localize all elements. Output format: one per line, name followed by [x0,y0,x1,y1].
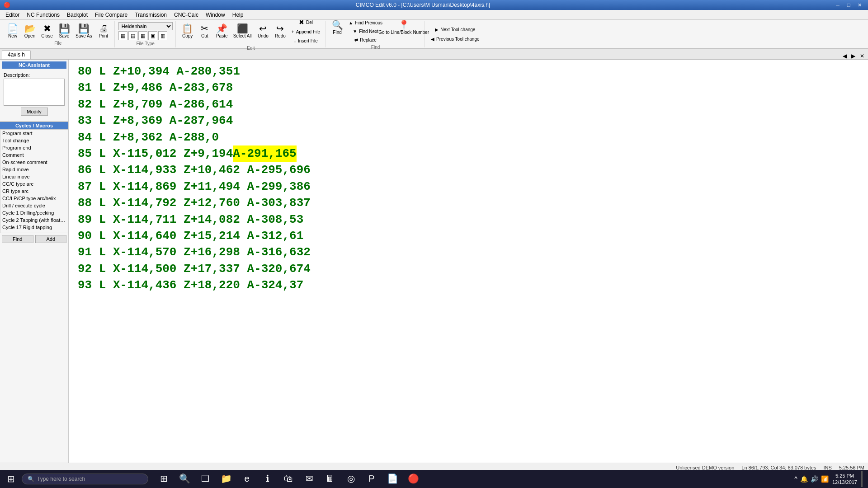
nc-assistant-title: NC-Assistant [2,61,66,69]
save-as-button[interactable]: 💾 Save As [73,23,94,40]
open-button[interactable]: 📂 Open [22,23,38,40]
clock[interactable]: 5:25 PM 12/13/2017 [832,473,857,486]
cycle-item[interactable]: Drill / execute cycle [0,202,68,209]
search-box[interactable]: 🔍 [22,474,148,484]
editor-area[interactable]: 80 L Z+10,394 A-280,35181 L Z+9,486 A-28… [69,60,868,463]
goto-button[interactable]: 📍 Go to Line/Block Number [386,19,422,36]
cycle-item[interactable]: Linear move [0,173,68,180]
ft-icon-4[interactable]: ▣ [148,31,157,40]
find-previous-button[interactable]: ▲ Find Previous [346,19,385,27]
find-icon: 🔍 [332,20,343,29]
next-tool-change-button[interactable]: ▶ Next Tool change [429,26,481,33]
redo-button[interactable]: ↪ Redo [272,23,288,40]
tab-close[interactable]: ✕ [858,53,866,59]
cycle-item[interactable]: On-screen comment [0,159,68,166]
del-button[interactable]: ✖ Del [289,18,322,27]
append-file-button[interactable]: + Append File [289,28,322,36]
copy-button[interactable]: 📋 Copy [179,23,196,40]
cycles-find-button[interactable]: Find [2,235,33,243]
undo-icon: ↩ [259,24,267,33]
line-text: 82 L Z+8,709 A-286,614 [78,96,233,113]
cycle-item[interactable]: Program end [0,144,68,151]
new-button[interactable]: 📄 New [5,23,21,40]
menu-item-backplot[interactable]: Backplot [63,10,91,19]
prev-tool-change-button[interactable]: ◀ Previous Tool change [429,35,481,43]
ppt-icon[interactable]: P [362,470,382,488]
select-all-button[interactable]: ⬛ Select All [231,23,254,40]
explorer-icon[interactable]: 📁 [216,470,236,488]
cycle-item[interactable]: Cycle 1 Drilling/pecking [0,209,68,216]
version-label: Unlicensed DEMO version [676,465,734,470]
windows-icon[interactable]: ⊞ [154,470,174,488]
unknown-icon1[interactable]: 📄 [382,470,402,488]
network-icon[interactable]: 📶 [821,475,829,483]
cycle-item[interactable]: CC/LP/CP type arc/helix [0,195,68,202]
menu-item-nc-functions[interactable]: NC Functions [23,10,63,19]
line-text: 93 L X-114,436 Z+18,220 A-324,37 [78,277,303,293]
file-type-label: File Type [137,41,155,46]
replace-button[interactable]: ⇄ Replace [346,36,385,44]
task-view-icon[interactable]: ❑ [195,470,215,488]
calc-icon[interactable]: 🖩 [320,470,340,488]
cycle-item[interactable]: Cycle 17 Rigid tapping [0,224,68,231]
cycles-list: Program startTool changeProgram endComme… [0,129,68,233]
cycle-item[interactable]: Cycle 2 Tapping (with floating ta... [0,216,68,224]
cortana-icon[interactable]: 🔍 [175,470,194,488]
cimco-icon[interactable]: 🔴 [403,470,423,488]
menu-item-transmission[interactable]: Transmission [131,10,170,19]
store-icon[interactable]: 🛍 [278,470,298,488]
chevron-icon[interactable]: ^ [794,475,797,483]
search-input[interactable] [37,476,127,482]
save-button[interactable]: 💾 Save [56,23,72,40]
volume-icon[interactable]: 🔊 [811,475,818,483]
cycle-item[interactable]: Comment [0,151,68,159]
cycle-item[interactable]: CR type arc [0,188,68,195]
description-input[interactable] [4,79,65,106]
maximize-button[interactable]: □ [844,1,854,9]
notification-icon[interactable]: 🔔 [800,475,808,483]
tab-nav-next[interactable]: ▶ [849,53,857,59]
print-button[interactable]: 🖨 Print [95,23,112,40]
undo-button[interactable]: ↩ Undo [255,23,271,40]
code-line: 92 L X-114,500 Z+17,337 A-320,674 [78,261,859,277]
cycle-item[interactable]: Program start [0,130,68,137]
ft-icon-5[interactable]: ▥ [158,31,167,40]
menu-item-editor[interactable]: Editor [2,10,23,19]
edge-icon[interactable]: e [237,470,257,488]
save-as-icon: 💾 [78,24,90,33]
cycles-add-button[interactable]: Add [35,235,67,243]
start-button[interactable]: ⊞ [2,470,20,488]
cycle-item[interactable]: Rapid move [0,166,68,173]
nc-assistant-panel: NC-Assistant Description: Modify [0,60,68,122]
find-toolbar-group: 🔍 Find ▲ Find Previous ▼ Find Next ⇄ Rep… [326,21,425,47]
paste-icon: 📌 [216,24,227,33]
cut-button[interactable]: ✂ Cut [197,23,213,40]
cycles-macros-panel: Cycles / Macros Program startTool change… [0,122,68,245]
mail-icon[interactable]: ✉ [299,470,319,488]
ft-icon-3[interactable]: ▦ [138,31,147,40]
ft-icon-2[interactable]: ▤ [128,31,137,40]
file-type-select[interactable]: Heidenhain [118,22,173,30]
close-file-button[interactable]: ✖ Close [39,23,55,40]
active-tab[interactable]: 4axis h [2,50,31,59]
tab-nav-prev[interactable]: ◀ [841,53,849,59]
insert-file-button[interactable]: ↓ Insert File [289,37,322,45]
code-line: 87 L X-114,869 Z+11,494 A-299,386 [78,178,859,195]
paste-button[interactable]: 📌 Paste [214,23,230,40]
menu-item-file-compare[interactable]: File Compare [91,10,131,19]
ft-icon-1[interactable]: ▦ [118,31,127,40]
cycle-item[interactable]: CC/C type arc [0,180,68,188]
show-desktop-button[interactable] [861,471,863,487]
find-button[interactable]: 🔍 Find [329,19,345,36]
minimize-button[interactable]: ─ [833,1,843,9]
chrome-icon[interactable]: ◎ [341,470,361,488]
edit-group-label: Edit [247,46,255,51]
cycle-item[interactable]: Tool change [0,137,68,144]
nc-assistant-content: Description: Modify [2,69,66,119]
ie-icon[interactable]: ℹ [258,470,278,488]
menu-bar: EditorNC FunctionsBackplotFile CompareTr… [0,10,868,20]
modify-button[interactable]: Modify [21,108,48,116]
close-button[interactable]: ✕ [854,1,864,9]
redo-icon: ↪ [276,24,284,33]
find-prev-icon: ▲ [349,20,353,25]
